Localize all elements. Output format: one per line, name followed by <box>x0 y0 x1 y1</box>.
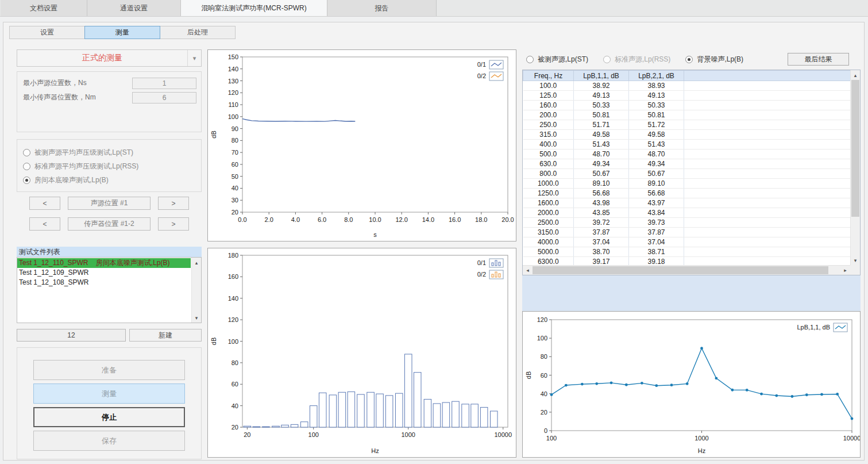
top-tab-4[interactable]: 报告 <box>327 0 437 16</box>
table-row[interactable]: 400.051.4351.43 <box>523 140 851 149</box>
table-cell: 43.97 <box>629 198 684 208</box>
result-source-radio-1[interactable]: 被测声源,Lp(ST) <box>526 52 588 66</box>
table-cell-filler <box>684 91 851 101</box>
table-cell-filler <box>684 81 851 91</box>
result-source-radio-2[interactable]: 标准声源,Lp(RSS) <box>603 52 670 66</box>
scrollbar-thumb[interactable] <box>533 266 828 274</box>
source-prev-button[interactable]: < <box>29 197 60 210</box>
file-list-scrollbar[interactable]: ▴ ▾ <box>191 258 201 323</box>
new-button[interactable]: 新建 <box>129 329 202 342</box>
top-tab-1[interactable]: 文档设置 <box>0 0 87 16</box>
table-cell: 43.85 <box>574 208 629 218</box>
scroll-left-icon[interactable]: ◂ <box>523 266 533 275</box>
scroll-down-icon[interactable]: ▾ <box>851 255 860 265</box>
svg-text:60: 60 <box>541 372 547 379</box>
table-row[interactable]: 125.049.1349.13 <box>523 91 851 101</box>
table-horizontal-scrollbar[interactable]: ◂ ▸ <box>523 265 850 275</box>
list-item-1[interactable]: Test 1_12_110_SPWR 房间本底噪声测试,Lp(B) <box>17 258 191 268</box>
scrollbar-corner <box>850 265 860 275</box>
table-row[interactable]: 2500.039.7239.73 <box>523 218 851 228</box>
table-row[interactable]: 250.051.7151.72 <box>523 120 851 130</box>
chevron-down-icon[interactable]: ▾ <box>187 50 201 66</box>
svg-text:12.0: 12.0 <box>395 216 407 223</box>
svg-text:LpB,1,1, dB: LpB,1,1, dB <box>797 324 831 331</box>
measurement-mode-select[interactable]: 正式的测量 ▾ <box>17 49 202 67</box>
sub-tab-1[interactable]: 设置 <box>9 26 85 39</box>
radio-icon <box>685 56 693 63</box>
action-button-3[interactable]: 停止 <box>33 407 185 427</box>
table-row[interactable]: 1600.043.9843.97 <box>523 198 851 208</box>
scroll-up-icon[interactable]: ▴ <box>192 258 201 267</box>
svg-text:20: 20 <box>541 409 547 416</box>
chart-column: 20304050607080901001101201301401500.02.0… <box>207 49 516 459</box>
results-table: Freq., HzLpB,1,1, dBLpB,2,1, dB100.038.9… <box>523 70 851 267</box>
scrollbar-track[interactable] <box>851 80 860 255</box>
param-value-input[interactable]: 1 <box>132 78 196 89</box>
test-type-radio-2[interactable]: 标准声源平均声压级测试,Lp(RSS) <box>23 159 201 173</box>
svg-text:140: 140 <box>228 66 238 72</box>
mic-next-button[interactable]: > <box>158 217 189 231</box>
top-tab-3[interactable]: 混响室法测试声功率(MCR-SPWR) <box>181 0 327 16</box>
param-label: 最小传声器位置数，Nm <box>23 93 132 102</box>
final-result-button[interactable]: 最后结果 <box>788 53 849 66</box>
test-file-list[interactable]: ▴ ▾ Test 1_12_110_SPWR 房间本底噪声测试,Lp(B)Tes… <box>17 257 202 323</box>
table-cell: 50.33 <box>629 101 684 110</box>
sub-tab-2[interactable]: 测量 <box>84 26 160 39</box>
action-button-4[interactable]: 保存 <box>33 431 185 451</box>
svg-text:120: 120 <box>537 316 547 323</box>
table-cell: 56.68 <box>629 189 684 198</box>
source-position-button[interactable]: 声源位置 #1 <box>68 197 151 210</box>
table-cell: 89.10 <box>574 179 629 189</box>
table-cell: 50.67 <box>574 169 629 179</box>
source-next-button[interactable]: > <box>158 197 189 210</box>
table-row[interactable]: 2000.043.8543.84 <box>523 208 851 218</box>
table-row[interactable]: 3150.037.8737.87 <box>523 228 851 237</box>
table-vertical-scrollbar[interactable]: ▴ ▾ <box>850 70 860 265</box>
table-cell: 100.0 <box>523 81 574 91</box>
table-cell: 51.71 <box>574 120 629 130</box>
param-value-input[interactable]: 6 <box>132 92 196 103</box>
top-tab-2[interactable]: 通道设置 <box>87 0 181 16</box>
test-type-radio-1[interactable]: 被测声源平均声压级测试,Lp(ST) <box>23 145 201 159</box>
table-row[interactable]: 100.038.9238.93 <box>523 81 851 91</box>
table-cell-filler <box>684 228 851 237</box>
table-cell: 2500.0 <box>523 218 574 228</box>
result-chart: 020406080100120100100010000HzdBLpB,1,1, … <box>523 312 860 457</box>
list-item-3[interactable]: Test 1_12_108_SPWR <box>17 278 191 287</box>
svg-text:80: 80 <box>232 137 238 144</box>
scroll-down-icon[interactable]: ▾ <box>192 313 201 323</box>
table-row[interactable]: 160.050.3350.33 <box>523 101 851 110</box>
table-cell: 49.13 <box>629 91 684 101</box>
table-row[interactable]: 630.049.3449.34 <box>523 159 851 169</box>
table-row[interactable]: 1250.056.6856.68 <box>523 189 851 198</box>
svg-text:40: 40 <box>541 390 547 397</box>
mic-position-button[interactable]: 传声器位置 #1-2 <box>68 217 151 231</box>
scrollbar-track[interactable] <box>533 266 840 275</box>
list-item-2[interactable]: Test 1_12_109_SPWR <box>17 268 191 278</box>
action-button-1[interactable]: 准备 <box>33 360 185 380</box>
counter-button[interactable]: 12 <box>17 329 126 342</box>
table-cell: 49.13 <box>574 91 629 101</box>
scrollbar-thumb[interactable] <box>851 80 859 217</box>
table-row[interactable]: 1000.089.1089.10 <box>523 179 851 189</box>
table-row[interactable]: 500.048.7048.70 <box>523 149 851 159</box>
table-row[interactable]: 800.050.6750.67 <box>523 169 851 179</box>
result-source-radio-3[interactable]: 背景噪声,Lp(B) <box>685 52 743 66</box>
table-cell: 56.68 <box>574 189 629 198</box>
mic-prev-button[interactable]: < <box>29 217 60 231</box>
sub-tab-3[interactable]: 后处理 <box>160 26 236 39</box>
scroll-up-icon[interactable]: ▴ <box>851 70 860 80</box>
table-cell-filler <box>684 120 851 130</box>
table-cell: 37.87 <box>574 228 629 237</box>
table-row[interactable]: 5000.038.7038.71 <box>523 247 851 257</box>
test-type-radio-3[interactable]: 房间本底噪声测试,Lp(B) <box>23 173 201 187</box>
scrollbar-track[interactable] <box>192 267 201 313</box>
table-row[interactable]: 200.050.8150.81 <box>523 110 851 120</box>
scroll-right-icon[interactable]: ▸ <box>840 266 850 275</box>
action-button-2[interactable]: 测量 <box>33 384 185 404</box>
table-row[interactable]: 4000.037.0437.04 <box>523 237 851 247</box>
radio-icon <box>23 177 30 184</box>
main-panel: 设置测量后处理 正式的测量 ▾ 最小声源位置数，Ns1最小传声器位置数，Nm6 … <box>3 22 865 461</box>
radio-label: 标准声源,Lp(RSS) <box>615 55 670 64</box>
table-row[interactable]: 315.049.5849.58 <box>523 130 851 140</box>
